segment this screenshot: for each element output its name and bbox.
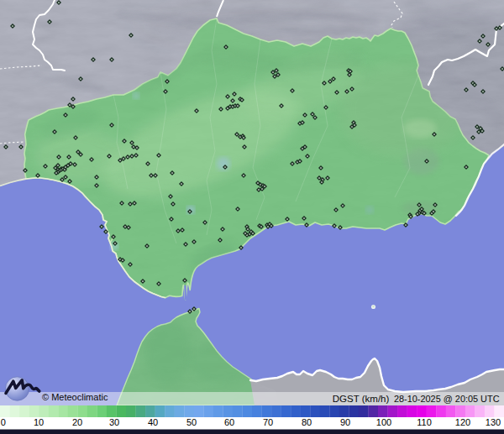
svg-text:60: 60 [224,417,234,427]
svg-text:40: 40 [148,417,158,427]
svg-text:20: 20 [72,417,82,427]
svg-text:50: 50 [186,417,197,427]
svg-text:120: 120 [455,417,470,427]
svg-text:DGST (km/h): DGST (km/h) [333,394,390,404]
svg-text:90: 90 [340,417,350,427]
svg-text:© Meteoclimatic: © Meteoclimatic [42,392,108,402]
svg-text:130: 130 [486,417,501,427]
svg-text:0: 0 [1,417,6,427]
svg-text:10: 10 [34,417,44,427]
svg-text:80: 80 [302,417,312,427]
svg-text:110: 110 [417,417,432,427]
svg-text:70: 70 [263,417,273,427]
svg-text:100: 100 [376,417,391,427]
svg-text:28-10-2025 @ 20:05 UTC: 28-10-2025 @ 20:05 UTC [394,394,500,404]
svg-text:30: 30 [109,417,119,427]
